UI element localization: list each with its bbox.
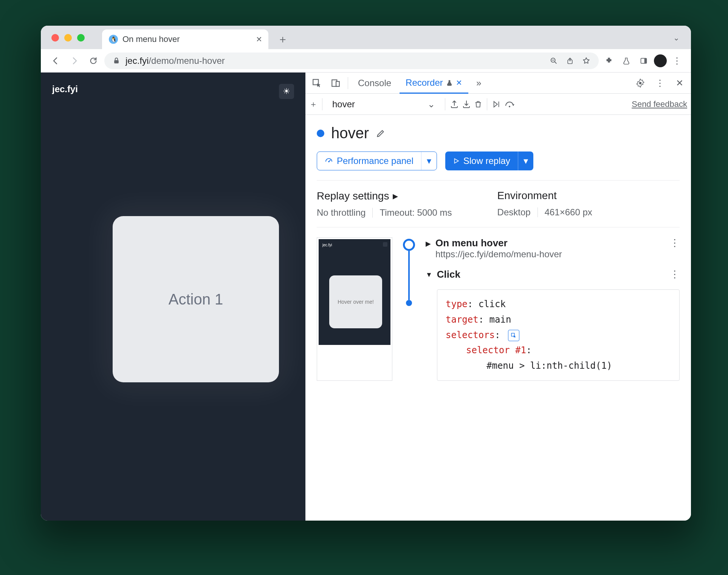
svg-line-14 xyxy=(329,160,331,162)
import-icon[interactable] xyxy=(462,100,471,109)
profile-avatar[interactable] xyxy=(654,54,667,67)
devtools-tabstrip: Console Recorder ✕ » ⋮ ✕ xyxy=(305,73,691,94)
step-title: On menu hover xyxy=(435,237,562,249)
device-toolbar-icon[interactable] xyxy=(327,75,344,91)
star-icon[interactable] xyxy=(582,57,590,65)
labs-icon[interactable] xyxy=(619,54,634,68)
expand-icon[interactable]: ▶ xyxy=(426,240,431,248)
gauge-icon xyxy=(325,157,333,165)
slow-replay-button[interactable]: Slow replay ▾ xyxy=(445,151,533,170)
performance-panel-button[interactable]: Performance panel ▾ xyxy=(317,151,437,170)
window-controls xyxy=(51,34,85,42)
theme-toggle-button[interactable]: ☀ xyxy=(279,84,294,99)
devtools-pane: Console Recorder ✕ » ⋮ ✕ ＋ hover xyxy=(305,73,691,521)
step-menu-icon[interactable]: ⋮ xyxy=(670,237,680,249)
new-tab-button[interactable]: ＋ xyxy=(275,32,290,47)
recording-title: hover xyxy=(331,125,369,142)
omnibox-actions xyxy=(550,57,590,65)
env-size: 461×660 px xyxy=(545,207,592,218)
browser-window: 🐧 On menu hover ✕ ＋ ⌄ jec.fyi/demo/menu-… xyxy=(41,26,691,521)
replay-settings-title[interactable]: Replay settings ▸ xyxy=(317,190,452,202)
steps-section: jec.fyi Hover over me! ▶ xyxy=(317,237,680,381)
timeline-start-icon xyxy=(403,239,415,251)
favicon-icon: 🐧 xyxy=(109,35,118,44)
svg-rect-6 xyxy=(644,58,647,63)
page-brand: jec.fyi xyxy=(52,84,294,94)
step-play-icon[interactable] xyxy=(492,100,502,108)
step-list: ▶ On menu hover https://jec.fyi/demo/men… xyxy=(426,237,680,381)
timeline-step-icon xyxy=(406,300,412,306)
svg-rect-9 xyxy=(336,81,339,86)
reload-button[interactable] xyxy=(85,53,101,69)
sidepanel-icon[interactable] xyxy=(637,54,651,68)
inspect-element-icon[interactable] xyxy=(308,75,325,91)
webpage-pane: jec.fyi ☀ Action 1 xyxy=(41,73,305,521)
selector-value: #menu > li:nth-child(1) xyxy=(446,358,671,374)
environment-title: Environment xyxy=(497,190,592,202)
step-over-icon[interactable] xyxy=(505,100,515,108)
minimize-window-button[interactable] xyxy=(64,34,72,42)
flask-icon xyxy=(446,79,453,86)
chevron-down-icon: ⌄ xyxy=(428,99,435,110)
url-path: /demo/menu-hover xyxy=(149,56,225,66)
export-icon[interactable] xyxy=(450,100,459,109)
send-feedback-link[interactable]: Send feedback xyxy=(632,99,687,109)
tab-console[interactable]: Console xyxy=(352,73,397,93)
close-devtools-icon[interactable]: ✕ xyxy=(671,75,688,91)
zoom-icon[interactable] xyxy=(550,57,558,65)
new-recording-button[interactable]: ＋ xyxy=(309,99,318,110)
titlebar: 🐧 On menu hover ✕ ＋ ⌄ xyxy=(41,26,691,49)
close-panel-icon[interactable]: ✕ xyxy=(456,78,462,87)
recording-title-row: hover xyxy=(317,125,680,142)
perf-dropdown-icon[interactable]: ▾ xyxy=(421,152,437,170)
pick-selector-icon[interactable] xyxy=(508,330,519,341)
action-buttons: Performance panel ▾ Slow replay ▾ xyxy=(317,151,680,170)
card-label: Action 1 xyxy=(169,291,223,308)
svg-line-2 xyxy=(555,62,557,63)
play-icon xyxy=(453,158,460,164)
close-window-button[interactable] xyxy=(51,34,59,42)
screenshot-thumbnail[interactable]: jec.fyi Hover over me! xyxy=(317,237,392,381)
step-details[interactable]: type: click target: main selectors: sele… xyxy=(437,289,680,381)
collapse-icon[interactable]: ▼ xyxy=(426,271,432,279)
edit-title-icon[interactable] xyxy=(376,128,386,138)
forward-button[interactable] xyxy=(67,53,82,69)
content-area: jec.fyi ☀ Action 1 Console Recorder ✕ » xyxy=(41,73,691,521)
timeout-value: Timeout: 5000 ms xyxy=(379,207,452,218)
recording-status-dot xyxy=(317,130,324,137)
maximize-window-button[interactable] xyxy=(77,34,85,42)
throttling-value: No throttling xyxy=(317,207,366,218)
timeline xyxy=(401,237,417,381)
more-tabs-icon[interactable]: » xyxy=(471,75,487,91)
close-tab-icon[interactable]: ✕ xyxy=(256,35,262,44)
menu-card[interactable]: Action 1 xyxy=(113,216,279,382)
settings-gear-icon[interactable] xyxy=(632,75,649,91)
url-host: jec.fyi xyxy=(125,56,149,66)
step-click-title: Click xyxy=(437,269,460,280)
extensions-icon[interactable] xyxy=(602,54,616,68)
step-navigate[interactable]: ▶ On menu hover https://jec.fyi/demo/men… xyxy=(426,237,680,260)
browser-menu-icon[interactable]: ⋮ xyxy=(670,54,684,68)
step-menu-icon[interactable]: ⋮ xyxy=(670,269,680,280)
svg-point-12 xyxy=(509,106,510,107)
back-button[interactable] xyxy=(48,53,64,69)
recorder-toolbar: ＋ hover ⌄ Send feedback xyxy=(305,94,691,115)
address-bar[interactable]: jec.fyi/demo/menu-hover xyxy=(104,53,599,69)
recording-select[interactable]: hover ⌄ xyxy=(327,99,440,110)
step-url: https://jec.fyi/demo/menu-hover xyxy=(435,249,562,260)
step-click[interactable]: ▼ Click ⋮ xyxy=(426,269,680,280)
tab-recorder[interactable]: Recorder ✕ xyxy=(400,73,468,94)
settings-section: Replay settings ▸ No throttling Timeout:… xyxy=(317,180,680,227)
devtools-menu-icon[interactable]: ⋮ xyxy=(652,75,668,91)
lock-icon xyxy=(113,57,120,65)
svg-rect-0 xyxy=(114,60,119,63)
tab-title: On menu hover xyxy=(122,34,180,44)
env-device: Desktop xyxy=(497,207,531,218)
replay-dropdown-icon[interactable]: ▾ xyxy=(518,151,533,170)
svg-point-10 xyxy=(639,82,642,84)
recorder-body: hover Performance panel ▾ xyxy=(305,115,691,391)
delete-icon[interactable] xyxy=(474,100,482,109)
browser-tab[interactable]: 🐧 On menu hover ✕ xyxy=(102,29,268,49)
tabs-dropdown-icon[interactable]: ⌄ xyxy=(673,33,680,42)
share-icon[interactable] xyxy=(566,57,574,65)
